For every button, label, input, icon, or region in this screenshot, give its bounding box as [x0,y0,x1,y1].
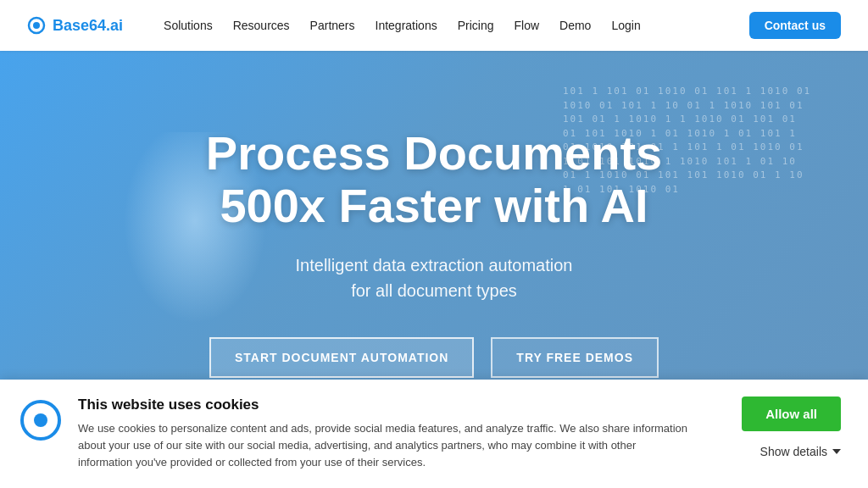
nav-item-solutions[interactable]: Solutions [164,19,213,32]
nav-item-resources[interactable]: Resources [233,19,290,32]
nav-item-partners[interactable]: Partners [310,19,355,32]
cookie-actions: Allow all Show details [705,396,841,458]
navbar: Base64.ai SolutionsResourcesPartnersInte… [0,0,868,51]
hero-subtitle-line2: for all document types [351,281,517,300]
try-demos-button[interactable]: TRY FREE DEMOS [491,337,659,378]
svg-point-1 [33,22,40,29]
logo-text: Base64.ai [53,17,123,35]
allow-all-button[interactable]: Allow all [742,396,841,431]
cookie-content: This website uses cookies We use cookies… [78,396,688,471]
nav-item-flow[interactable]: Flow [514,19,539,32]
navbar-actions: Contact us [749,12,841,39]
nav-item-login[interactable]: Login [611,19,640,32]
cookie-icon-inner-circle [34,413,47,427]
nav-item-integrations[interactable]: Integrations [376,19,437,32]
chevron-down-icon [832,449,841,454]
cookie-title: This website uses cookies [78,396,688,413]
contact-button[interactable]: Contact us [749,12,841,39]
hero-subtitle-line1: Intelligent data extraction automation [296,256,573,274]
cookie-icon-wrapper [20,400,61,441]
hero-title-line2: 500x Faster with AI [220,179,648,232]
hero-title-line1: Process Documents [206,126,662,180]
cookie-icon [20,400,61,441]
hero-content: Process Documents 500x Faster with AI In… [172,127,696,377]
logo[interactable]: Base64.ai [27,16,123,35]
logo-icon [27,16,46,35]
hero-title: Process Documents 500x Faster with AI [206,127,662,231]
nav-item-demo[interactable]: Demo [559,19,591,32]
nav-item-pricing[interactable]: Pricing [458,19,494,32]
cookie-banner: This website uses cookies We use cookies… [0,380,868,488]
start-automation-button[interactable]: START DOCUMENT AUTOMATION [209,337,474,378]
show-details-label: Show details [760,445,827,458]
hero-subtitle: Intelligent data extraction automation f… [206,252,662,303]
show-details-button[interactable]: Show details [760,445,841,458]
cookie-description: We use cookies to personalize content an… [78,420,688,471]
hero-buttons: START DOCUMENT AUTOMATION TRY FREE DEMOS [206,337,662,378]
main-nav: SolutionsResourcesPartnersIntegrationsPr… [164,19,749,32]
